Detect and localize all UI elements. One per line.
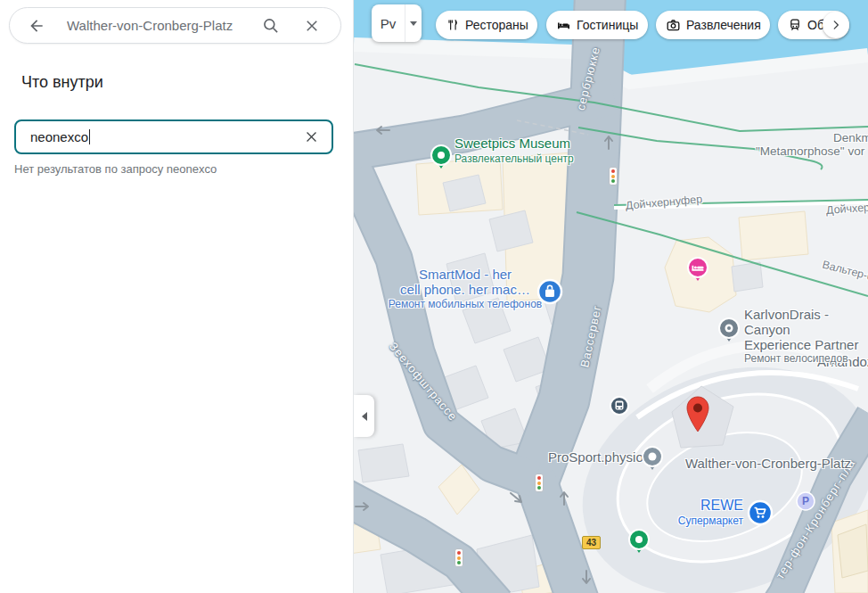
poi-karlvondrais[interactable]: KarlvonDrais - Canyon Experience Partner…: [744, 307, 868, 365]
text-cursor: [89, 129, 90, 144]
hotel-pin-icon[interactable]: [686, 256, 709, 286]
more-categories-button[interactable]: [823, 12, 849, 38]
caret-down-icon: [410, 21, 417, 26]
route-badge-43: 43: [582, 536, 601, 549]
poi-sweetpics-museum[interactable]: Sweetpics Museum Развлекательный центр: [454, 136, 574, 165]
clear-search-icon[interactable]: [301, 15, 323, 37]
sweetpics-pin-icon[interactable]: [430, 144, 453, 174]
layers-button[interactable]: Pv: [372, 4, 422, 42]
search-icon[interactable]: [260, 15, 282, 37]
area-label-denkmal-2: "Metamorphose" vor: [756, 144, 864, 158]
chevron-right-icon: [830, 19, 842, 31]
layers-button-label[interactable]: Pv: [372, 4, 405, 42]
camera-icon: [667, 19, 680, 31]
karlvondrais-pin-icon[interactable]: [717, 317, 741, 347]
traffic-light-icon: [609, 167, 618, 185]
place-label-walther-von-cronberg-platz: Walther-von-Cronberg-Platz: [685, 456, 851, 471]
google-maps-app: Walther-von-Cronberg-Platz Что внутри ne…: [0, 0, 868, 593]
category-restaurants-button[interactable]: Рестораны: [436, 11, 537, 39]
category-attractions-button[interactable]: Развлечения: [656, 11, 770, 39]
parking-icon[interactable]: P: [796, 491, 815, 515]
search-query-text[interactable]: Walther-von-Cronberg-Platz: [67, 18, 260, 33]
traffic-light-icon: [454, 548, 463, 567]
main-search-bar[interactable]: Walther-von-Cronberg-Platz: [9, 7, 341, 44]
rewe-cart-icon[interactable]: [747, 499, 774, 530]
sidebar-panel: Walther-von-Cronberg-Platz Что внутри ne…: [0, 0, 354, 593]
smartmod-store-icon[interactable]: [536, 278, 563, 309]
clear-filter-icon[interactable]: [301, 128, 321, 147]
area-label-denkmal-1: Denkm: [833, 131, 868, 144]
parking-letter: P: [796, 491, 815, 511]
prosport-pin-icon[interactable]: [641, 445, 664, 475]
page-title: Что внутри: [21, 73, 103, 92]
poi-rewe[interactable]: REWE Супермаркет: [663, 498, 743, 527]
traffic-light-icon: [535, 474, 544, 492]
back-arrow-icon[interactable]: [26, 15, 47, 37]
south-green-pin-icon[interactable]: [627, 528, 651, 558]
directory-search-input[interactable]: neonexco: [14, 119, 333, 154]
transit-icon: [789, 19, 801, 31]
category-label: Рестораны: [465, 18, 528, 32]
destination-marker-icon[interactable]: [684, 395, 711, 438]
poi-prosport[interactable]: ProSport.physio: [548, 449, 643, 465]
bus-stop-icon[interactable]: [609, 395, 630, 420]
category-hotels-button[interactable]: Гостиницы: [546, 11, 648, 39]
restaurant-icon: [446, 19, 459, 31]
poi-smartmod[interactable]: SmartMod - her cell phone. her mac… Ремо…: [383, 267, 547, 310]
hotel-icon: [557, 19, 570, 31]
no-results-message: Нет результатов по запросу neonexco: [14, 162, 217, 176]
layers-dropdown-arrow[interactable]: [405, 4, 422, 42]
category-label: Развлечения: [686, 18, 761, 32]
collapse-sidebar-button[interactable]: [354, 395, 374, 437]
chevron-left-icon: [362, 412, 367, 421]
category-label: Гостиницы: [577, 18, 638, 32]
directory-search-value[interactable]: neonexco: [30, 129, 88, 144]
map-canvas[interactable]: Зеехофштрассе Вассервег сербрюкке тер-фо…: [354, 0, 868, 593]
